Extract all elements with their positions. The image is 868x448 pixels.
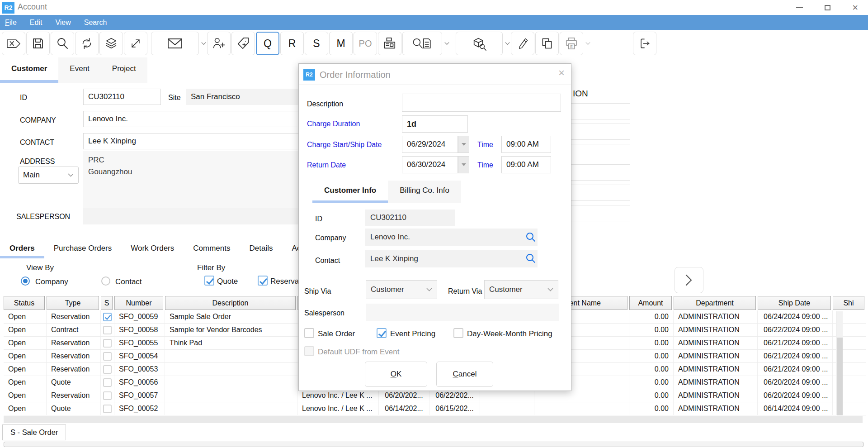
search-document-button[interactable] [402,32,442,55]
tab-project[interactable]: Project [101,57,147,83]
tab-billing-co-info[interactable]: Billing Co. Info [388,181,461,203]
person-add-icon [212,37,226,50]
minimize-icon[interactable] [796,7,803,8]
column-header-ship2[interactable]: Shi [833,296,864,310]
next-page-button[interactable] [675,267,703,293]
row-select-checkbox[interactable] [103,339,112,348]
tab-activ[interactable]: Activ [282,241,298,258]
mail-dropdown-chevron[interactable] [200,42,207,45]
horizontal-scrollbar[interactable] [4,416,863,423]
item-search-dropdown-chevron[interactable] [504,42,511,45]
sale-mode-button[interactable]: S [305,32,328,55]
reservation-mode-button[interactable]: R [280,32,304,55]
menu-search[interactable]: Search [84,19,107,27]
partial-field [565,103,630,119]
maximize-icon[interactable] [825,5,830,10]
mail-button[interactable] [151,32,199,55]
column-header-type[interactable]: Type [47,296,99,310]
charge-start-date-spinner[interactable] [458,136,469,153]
purchase-order-button[interactable]: PO [354,32,377,55]
tab-event[interactable]: Event [58,57,100,83]
row-select-checkbox[interactable] [103,313,112,321]
cell-dept: ADMINISTRATION [674,376,758,389]
charge-duration-input[interactable]: 1d [402,115,468,133]
event-pricing-checkbox[interactable] [377,328,387,338]
maintenance-mode-button[interactable]: M [329,32,353,55]
tab-comments[interactable]: Comments [184,241,240,258]
tab-details[interactable]: Details [240,241,282,258]
register-button[interactable] [378,32,401,55]
print-export-button[interactable]: E [560,32,583,55]
address-type-select[interactable]: Main [18,167,79,184]
description-input[interactable] [402,94,561,112]
row-select-checkbox[interactable] [103,352,112,361]
tag-button[interactable] [231,32,255,55]
exit-button[interactable] [633,32,656,55]
close-icon[interactable]: × [852,3,858,13]
expand-button[interactable] [124,32,147,55]
column-header-s[interactable]: S [101,296,113,310]
column-header-dept[interactable]: Department [674,296,756,310]
view-by-company-radio[interactable] [21,276,30,286]
tab-purchase-orders[interactable]: Purchase Orders [44,241,122,258]
column-header-description[interactable]: Description [165,296,296,310]
ok-button[interactable]: OK [365,362,427,387]
column-header-amount[interactable]: Amount [629,296,672,310]
customer-id-field[interactable]: CU302110 [83,89,161,105]
cell-cc: Lenovo Inc. / Lee K ... [297,389,379,402]
tab-customer-info[interactable]: Customer Info [312,181,388,203]
tab-customer[interactable]: Customer [0,57,58,83]
refresh-button[interactable] [75,32,99,55]
row-select-checkbox[interactable] [103,405,112,413]
cancel-button[interactable]: Cancel [436,362,493,387]
row-select-checkbox[interactable] [103,378,112,387]
row-select-checkbox[interactable] [103,365,112,374]
sale-order-checkbox[interactable] [304,328,314,338]
menu-file[interactable]: File [5,19,17,27]
edit-button[interactable] [511,32,534,55]
ship-via-select[interactable]: Customer [366,280,437,299]
filter-quote-checkbox[interactable] [204,276,214,286]
filter-quote-label: Quote [217,277,238,286]
menu-edit[interactable]: Edit [30,19,42,27]
menu-view[interactable]: View [55,19,71,27]
ship-time-input[interactable]: 09:00 AM [501,136,551,153]
vertical-scrollbar[interactable] [836,311,843,415]
view-by-contact-radio[interactable] [101,276,110,286]
svg-text:E: E [570,44,573,49]
cell-status: Open [4,350,47,362]
return-date-spinner[interactable] [458,156,469,173]
search-button[interactable] [51,32,74,55]
quote-mode-button[interactable]: Q [256,32,279,55]
charge-start-date-input[interactable]: 06/29/2024 [402,136,458,153]
tab-work-orders[interactable]: Work Orders [121,241,184,258]
table-row[interactable]: OpenReservationSFO_00057Lenovo Inc. / Le… [4,389,866,402]
dwm-pricing-checkbox[interactable] [453,328,463,338]
contact-field[interactable]: Lee K Xinping [83,133,317,149]
column-header-ship[interactable]: Ship Date [758,296,831,310]
close-record-button[interactable] [2,32,25,55]
table-row[interactable]: OpenQuoteSFO_00052Lenovo Inc. / Lee K ..… [4,402,866,415]
copy-button[interactable] [535,32,559,55]
return-time-input[interactable]: 09:00 AM [501,156,551,173]
add-contact-button[interactable] [207,32,231,55]
layers-button[interactable] [99,32,123,55]
column-header-status[interactable]: Status [4,296,45,310]
window-scrollbar[interactable] [4,442,863,447]
item-search-button[interactable] [456,32,503,55]
row-select-checkbox[interactable] [103,326,112,334]
return-via-select[interactable]: Customer [484,280,558,299]
contact-search-icon[interactable] [526,253,536,265]
dialog-close-icon[interactable]: × [558,67,565,78]
tab-orders[interactable]: Orders [0,241,44,258]
scrollbar-thumb[interactable] [837,338,843,415]
filter-reservation-checkbox[interactable] [258,276,268,286]
row-select-checkbox[interactable] [103,391,112,400]
company-search-icon[interactable] [526,232,536,244]
return-date-input[interactable]: 06/30/2024 [402,156,458,173]
column-header-number[interactable]: Number [114,296,163,310]
print-dropdown-chevron[interactable] [584,42,591,45]
search-document-dropdown-chevron[interactable] [443,42,450,45]
save-button[interactable] [26,32,50,55]
company-field[interactable]: Lenovo Inc. [83,111,317,127]
